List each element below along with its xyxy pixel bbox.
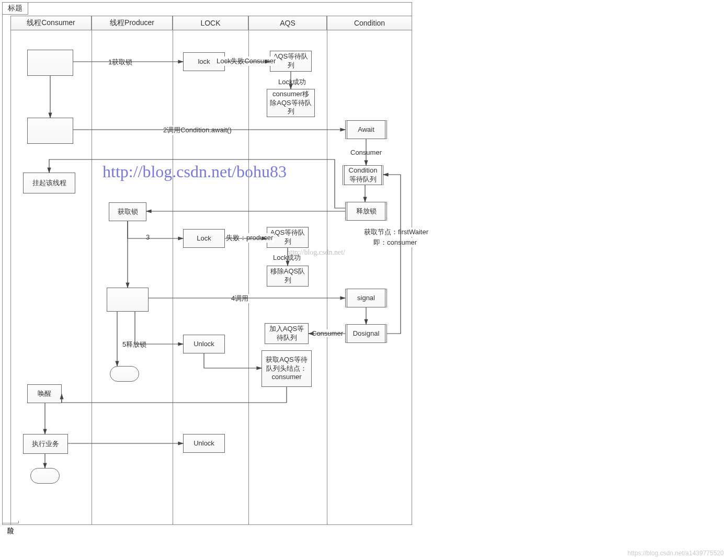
label-consumer: Consumer bbox=[349, 148, 383, 156]
node-unlock2: Unlock bbox=[183, 434, 225, 453]
label-lockfail-consumer: Lock失败Consumer bbox=[215, 56, 277, 66]
frame-title-text: 标题 bbox=[8, 4, 22, 12]
label-2: 2调用Condition.await() bbox=[162, 125, 233, 135]
label-1: 1获取锁 bbox=[107, 58, 133, 67]
node-consumer-wait bbox=[27, 118, 73, 144]
lane-head-consumer: 线程Consumer bbox=[10, 16, 92, 30]
label-firstwaiter2: 即：consumer bbox=[372, 238, 418, 247]
lane-head-producer: 线程Producer bbox=[92, 16, 173, 30]
node-aqs-consumer-remove: consumer移除AQS等待队列 bbox=[267, 89, 315, 117]
node-release: 释放锁 bbox=[345, 202, 387, 221]
node-exec: 执行业务 bbox=[23, 434, 68, 454]
lane-sep-3 bbox=[248, 30, 249, 525]
node-lock2: Lock bbox=[183, 229, 225, 248]
node-suspend: 挂起该线程 bbox=[23, 173, 75, 193]
lane-sep-1 bbox=[92, 30, 92, 525]
diagram-canvas: 标题 阶段 线程Consumer 线程Producer LOCK AQS Con… bbox=[0, 0, 728, 560]
lane-head-lock: LOCK bbox=[173, 16, 248, 30]
lane-sep-4 bbox=[327, 30, 327, 525]
frame-title: 标题 bbox=[3, 3, 28, 15]
node-producer-end bbox=[110, 366, 139, 382]
node-aqs-remove2: 移除AQS队列 bbox=[267, 266, 309, 287]
node-aqs-join: 加入AQS等待队列 bbox=[265, 323, 309, 344]
label-5: 5释放锁 bbox=[121, 340, 147, 349]
label-fail-producer: 失败：producer bbox=[225, 233, 274, 243]
node-getlock: 获取锁 bbox=[109, 202, 146, 221]
node-consumer-start bbox=[27, 50, 73, 76]
lane-head-aqs: AQS bbox=[248, 16, 327, 30]
label-firstwaiter1: 获取节点：firstWaiter bbox=[363, 227, 429, 237]
lane-sep-2 bbox=[173, 30, 173, 525]
label-consumer2: Consumer bbox=[311, 329, 344, 337]
label-4: 4调用 bbox=[230, 294, 249, 303]
node-cond-wait: Condition 等待队列 bbox=[343, 165, 383, 185]
node-producer-mid bbox=[107, 288, 149, 312]
node-await: Await bbox=[345, 120, 387, 139]
footer-url: https://blog.csdn.net/a1439775520 bbox=[628, 550, 724, 557]
node-dosignal: Dosignal bbox=[345, 324, 387, 343]
node-consumer-end bbox=[30, 468, 60, 484]
node-wake: 唤醒 bbox=[27, 384, 62, 403]
node-signal: signal bbox=[345, 289, 387, 307]
label-locksuccess1: Lock成功 bbox=[277, 77, 307, 87]
watermark-faint: http://blog.csdn.net/ bbox=[287, 248, 345, 257]
watermark-main: http://blog.csdn.net/bohu83 bbox=[103, 162, 287, 181]
lane-head-condition: Condition bbox=[327, 16, 412, 30]
node-aqs-gethead: 获取AQS等待队列头结点：consumer bbox=[261, 350, 312, 387]
label-3: 3 bbox=[145, 233, 151, 241]
node-unlock1: Unlock bbox=[183, 335, 225, 353]
